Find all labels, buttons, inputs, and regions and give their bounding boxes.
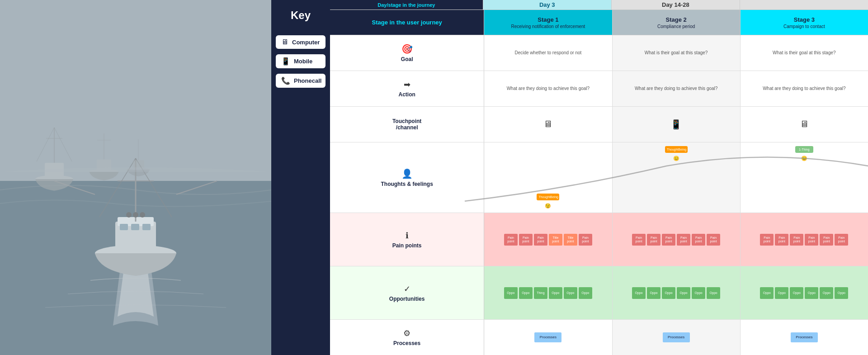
sticky: Title point — [549, 234, 562, 246]
goal-label: Goal — [401, 56, 413, 62]
key-title: Key — [291, 9, 311, 22]
sticky: Pain point — [647, 234, 660, 246]
sticky: Oppo — [662, 287, 675, 299]
stage3-desc: Campaign to contact — [783, 24, 825, 29]
touchpoint-s2: 📱 — [613, 107, 741, 142]
emoji-s3: 😐 — [801, 156, 807, 161]
touchpoint-row: Touchpoint/channel 🖥 📱 🖥 — [330, 107, 868, 142]
opp-s2: Oppo Oppo Oppo Oppo Oppo Oppo — [613, 266, 741, 319]
stage3-name: Stage 3 — [794, 16, 815, 23]
pain-s1: Pain point Pain point Pain point Title p… — [484, 213, 612, 266]
sticky: Oppo — [677, 287, 690, 299]
sticky: Pain point — [579, 234, 592, 246]
opportunities-row: ✓ Opportunities Oppo Oppo Thing Oppo Opp… — [330, 266, 868, 320]
day1428-header: Day 14-28 — [612, 0, 740, 9]
sticky: Oppo — [549, 287, 562, 299]
sticky: Pain point — [707, 234, 720, 246]
key-item-mobile[interactable]: 📱 Mobile — [276, 54, 326, 68]
sticky: Pain point — [662, 234, 675, 246]
sticky: Oppo — [519, 287, 533, 299]
sticky: Pain point — [835, 234, 848, 246]
goal-row: 🎯 Goal Decide whether to respond or not … — [330, 35, 868, 71]
processes-label: Processes — [393, 340, 420, 346]
sticky: Pain point — [504, 234, 518, 246]
sticky: Oppo — [647, 287, 660, 299]
phonecall-label: Phonecall — [294, 77, 321, 84]
sticky: Oppo — [775, 287, 788, 299]
sticky: Oppo — [820, 287, 833, 299]
hero-image — [0, 0, 271, 355]
pain-icon: ℹ — [406, 231, 409, 241]
sticky: Oppo — [692, 287, 705, 299]
device-icon-s2: 📱 — [670, 119, 682, 130]
svg-rect-6 — [131, 224, 139, 230]
stage2-cell: Stage 2 Compliance period — [613, 10, 741, 35]
feelings-label-cell: 👤 Thoughts & feelings — [330, 142, 484, 213]
key-item-phonecall[interactable]: 📞 Phonecall — [276, 74, 326, 88]
goal-s1-text: Decide whether to respond or not — [514, 50, 581, 56]
feelings-s2: ThoughtBeing 😐 — [613, 142, 741, 213]
key-sidebar: Key 🖥 Computer 📱 Mobile 📞 Phonecall — [271, 0, 330, 355]
mobile-label: Mobile — [294, 58, 312, 65]
sticky: Pain point — [632, 234, 646, 246]
action-s2-text: What are they doing to achieve this goal… — [635, 85, 717, 91]
pain-label-cell: ℹ Pain points — [330, 213, 484, 266]
svg-point-15 — [133, 212, 138, 218]
device-icon-s3: 🖥 — [800, 119, 809, 129]
action-s1: What are they doing to achieve this goal… — [484, 71, 612, 106]
opp-stickies-s3: Oppo Oppo Oppo Oppo Oppo Oppo — [760, 287, 848, 299]
stage2-desc: Compliance period — [657, 24, 695, 29]
touchpoint-label: Touchpoint/channel — [392, 118, 421, 131]
sticky: Oppo — [632, 287, 646, 299]
pain-label: Pain points — [392, 242, 422, 249]
action-label: Action — [398, 91, 415, 98]
processes-label-cell: ⚙ Processes — [330, 320, 484, 355]
opp-stickies-s2: Oppo Oppo Oppo Oppo Oppo Oppo — [632, 287, 720, 299]
process-sticky-s3: Processes — [791, 332, 818, 342]
sticky: Oppo — [564, 287, 577, 299]
action-icon: ➡ — [404, 80, 410, 90]
stage-row: Stage in the user journey Stage 1 Receiv… — [330, 10, 868, 35]
stage3-cell: Stage 3 Campaign to contact — [741, 10, 868, 35]
sticky: Oppo — [579, 287, 592, 299]
action-label-cell: ➡ Action — [330, 71, 484, 106]
day3-header: Day 3 — [483, 0, 612, 9]
sticky: Oppo — [835, 287, 848, 299]
day-stage-label: Day/stage in the journey — [330, 0, 483, 9]
sticky: Pain point — [790, 234, 803, 246]
action-s3: What are they doing to achieve this goal… — [741, 71, 868, 106]
sticky: Oppo — [504, 287, 518, 299]
pain-s3: Pain point Pain point Pain point Pain po… — [741, 213, 868, 266]
computer-label: Computer — [292, 39, 320, 46]
opp-s3: Oppo Oppo Oppo Oppo Oppo Oppo — [741, 266, 868, 319]
touchpoint-label-cell: Touchpoint/channel — [330, 107, 484, 142]
touchpoint-s1: 🖥 — [484, 107, 612, 142]
goal-s2-text: What is their goal at this stage? — [645, 50, 708, 56]
boat-scene-svg — [0, 0, 271, 355]
processes-icon: ⚙ — [403, 328, 410, 338]
opp-stickies-s1: Oppo Oppo Thing Oppo Oppo Oppo — [504, 287, 592, 299]
stage1-name: Stage 1 — [538, 16, 558, 23]
key-item-computer[interactable]: 🖥 Computer — [276, 35, 326, 49]
action-s3-text: What are they doing to achieve this goal… — [763, 85, 845, 91]
journey-map: Day/stage in the journey Day 3 Day 14-28… — [330, 0, 868, 355]
sticky: Pain point — [519, 234, 533, 246]
emoji-s1: 😟 — [545, 203, 551, 209]
feelings-label: Thoughts & feelings — [381, 181, 433, 187]
goal-s1: Decide whether to respond or not — [484, 35, 612, 71]
opp-s1: Oppo Oppo Thing Oppo Oppo Oppo — [484, 266, 612, 319]
sticky: Pain point — [805, 234, 818, 246]
svg-rect-7 — [142, 224, 151, 230]
last-header — [740, 0, 868, 9]
opp-label-cell: ✓ Opportunities — [330, 266, 484, 319]
goal-s3: What is their goal at this stage? — [741, 35, 868, 71]
stage1-cell: Stage 1 Receiving notification of enforc… — [484, 10, 612, 35]
thought-sticky-s1: ThoughtBeing — [537, 194, 559, 200]
opp-icon: ✓ — [404, 284, 410, 294]
content-rows: 🎯 Goal Decide whether to respond or not … — [330, 35, 868, 355]
feelings-s3: 1-Thing 😐 — [741, 142, 868, 213]
stage-journey-label: Stage in the user journey — [330, 10, 484, 35]
pain-stickies-s1: Pain point Pain point Pain point Title p… — [504, 234, 592, 246]
sticky: Pain point — [775, 234, 788, 246]
goal-label-cell: 🎯 Goal — [330, 35, 484, 71]
